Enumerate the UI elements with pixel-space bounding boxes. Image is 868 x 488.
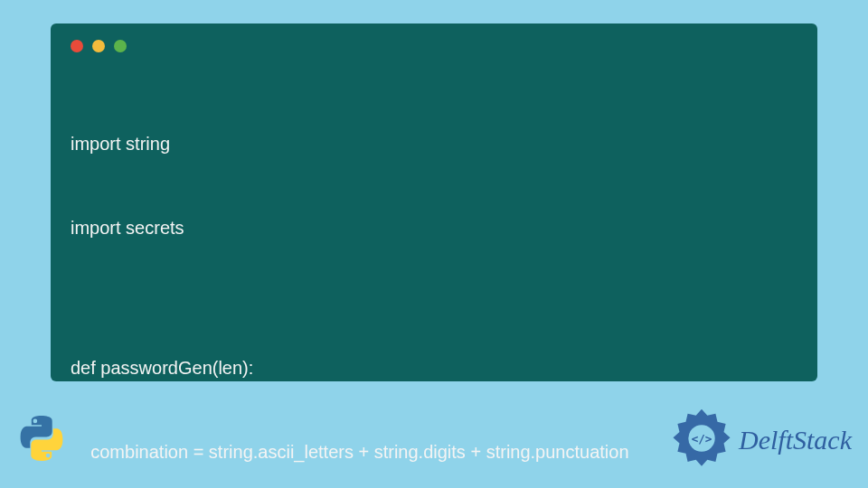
brand-name: DelftStack	[739, 425, 852, 455]
code-line: def passwordGen(len):	[71, 354, 797, 382]
code-line: import secrets	[71, 214, 797, 242]
close-icon	[71, 40, 83, 52]
code-window: import string import secrets def passwor…	[51, 23, 817, 381]
window-traffic-lights	[71, 40, 797, 52]
brand-logo: </> DelftStack	[670, 407, 852, 474]
brand-mark-icon: </>	[670, 407, 733, 474]
maximize-icon	[114, 40, 127, 52]
svg-text:</>: </>	[692, 432, 712, 446]
python-logo-icon	[16, 413, 67, 467]
code-line: import string	[71, 130, 797, 158]
minimize-icon	[92, 40, 105, 52]
footer-bar: </> DelftStack	[0, 398, 868, 488]
